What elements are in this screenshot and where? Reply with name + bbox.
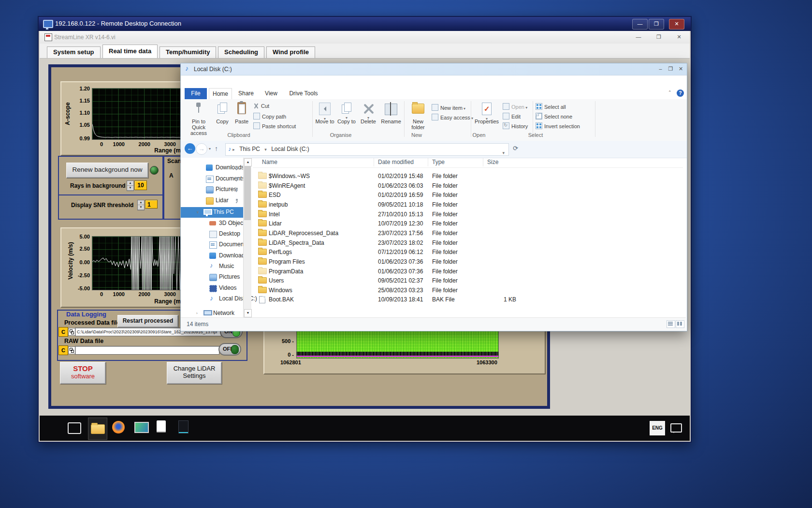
up-button[interactable]: ↑ (215, 145, 218, 152)
sidebar-item-pictures[interactable]: Pictures (181, 272, 244, 283)
rdp-close-button[interactable]: ✕ (669, 19, 684, 30)
rdp-maximize-button[interactable]: ❐ (649, 19, 664, 30)
back-button[interactable]: ← (185, 143, 195, 154)
stop-software-button[interactable]: STOP software (60, 362, 106, 384)
move-to-button[interactable]: Move to (315, 101, 335, 132)
tree-chevron-icon[interactable]: ∨ (196, 210, 199, 214)
table-row[interactable]: Windows25/08/2023 03:23File folder (253, 286, 683, 296)
app-restore-button[interactable]: ❐ (653, 33, 664, 41)
tab-scheduling[interactable]: Scheduling (218, 46, 264, 58)
copy-path-button[interactable]: Copy path (253, 113, 286, 120)
new-item-button[interactable]: New item (432, 104, 465, 112)
table-row[interactable]: $WinREAgent01/06/2023 06:03File folder (253, 181, 683, 191)
table-row[interactable]: ProgramData01/06/2023 07:36File folder (253, 267, 683, 277)
app-minimize-button[interactable]: — (633, 33, 644, 41)
table-row[interactable]: PerfLogs07/12/2019 06:12File folder (253, 248, 683, 257)
rays-spinner[interactable]: ▲▼ (127, 180, 134, 191)
sidebar-item-3d-objects[interactable]: 3D Objects (181, 218, 244, 229)
language-indicator[interactable]: ENG (650, 421, 665, 435)
scroll-up-arrow[interactable]: ▲ (244, 158, 252, 166)
renew-background-button[interactable]: Renew background now (66, 163, 148, 178)
table-row[interactable]: Intel27/10/2010 15:13File folder (253, 210, 683, 220)
history-button[interactable]: History (503, 122, 528, 130)
snr-value-field[interactable]: 1 (145, 200, 158, 209)
refresh-icon[interactable]: ⟳ (513, 145, 518, 152)
rdp-minimize-button[interactable]: — (632, 19, 648, 30)
tab-system-setup[interactable]: System setup (47, 46, 101, 58)
sidebar-item-documents[interactable]: Documents (181, 239, 244, 250)
tree-chevron-icon[interactable]: › (196, 311, 198, 315)
table-row[interactable]: LiDAR_Spectra_Data23/07/2023 18:02File f… (253, 239, 683, 248)
invert-selection-button[interactable]: Invert selection (536, 122, 580, 130)
delete-button[interactable]: Delete (358, 101, 378, 132)
copy-button[interactable]: Copy (213, 101, 232, 132)
sidebar-item-local-disk-c-[interactable]: Local Disk (C:) (181, 294, 244, 304)
easy-access-button[interactable]: Easy access (432, 114, 473, 121)
table-row[interactable]: Users09/05/2021 02:37File folder (253, 276, 683, 286)
ribbon-collapse-icon[interactable]: ⌃ (668, 90, 672, 95)
rays-value-field[interactable]: 10 (134, 180, 147, 190)
raw-logging-toggle[interactable]: OFF (218, 343, 241, 356)
table-row[interactable]: inetpub09/05/2021 10:18File folder (253, 200, 683, 210)
column-header-size[interactable]: Size (487, 159, 498, 165)
processed-browse-icon[interactable] (68, 328, 75, 336)
streamline-titlebar[interactable]: StreamLine XR v14-6.vi — ❐ ✕ (40, 31, 690, 44)
breadcrumb-this-pc[interactable]: This PC (236, 144, 263, 155)
restart-processed-file-button[interactable]: Restart processed file (117, 315, 178, 328)
table-row[interactable]: $Windows.~WS01/02/2019 15:48File folder (253, 172, 683, 181)
sidebar-item-documents[interactable]: Documents (181, 174, 244, 184)
explorer-minimize-button[interactable]: – (655, 65, 666, 73)
nav-scrollbar[interactable]: ▲ ▼ (243, 158, 251, 317)
open-button[interactable]: Open (503, 103, 527, 111)
table-row[interactable]: Boot.BAK10/09/2013 18:41BAK File1 KB (253, 295, 683, 305)
sidebar-item-videos[interactable]: Videos (181, 283, 244, 294)
table-row[interactable]: Lidar10/07/2019 12:30File folder (253, 219, 683, 229)
rename-button[interactable]: Rename (380, 101, 402, 132)
details-view-button[interactable] (667, 320, 675, 328)
column-header-name[interactable]: Name (262, 159, 277, 165)
firefox-icon[interactable] (112, 421, 125, 433)
paste-button[interactable]: Paste (232, 101, 251, 132)
select-all-button[interactable]: Select all (536, 103, 566, 111)
sidebar-item-pictures[interactable]: Pictures (181, 184, 244, 195)
select-none-button[interactable]: Select none (536, 113, 572, 120)
explorer-maximize-button[interactable]: ❐ (666, 65, 676, 73)
sidebar-item-lidar[interactable]: Lidar (181, 195, 244, 206)
new-folder-button[interactable]: New folder (406, 101, 430, 132)
table-row[interactable]: ESD01/02/2019 16:59File folder (253, 191, 683, 200)
scan-scheduler-icon[interactable] (157, 420, 166, 433)
cut-button[interactable]: Cut (253, 103, 269, 111)
column-header-type[interactable]: Type (432, 159, 445, 165)
sidebar-item-desktop[interactable]: Desktop (181, 229, 244, 239)
snr-spinner[interactable]: ▲▼ (137, 200, 145, 210)
terminal-app-icon[interactable] (178, 420, 188, 433)
taskbar-explorer-button[interactable] (88, 418, 107, 440)
edit-button[interactable]: Edit (503, 113, 521, 120)
raw-browse-icon[interactable] (68, 346, 75, 354)
ribbon-tab-file[interactable]: File (185, 88, 207, 99)
ribbon-tab-drive-tools[interactable]: Drive Tools (286, 88, 321, 99)
ribbon-tab-home[interactable]: Home (209, 88, 232, 99)
column-header-date[interactable]: Date modified (378, 159, 414, 165)
scroll-down-arrow[interactable]: ▼ (244, 309, 252, 317)
sidebar-item-downloads[interactable]: Downloads (181, 251, 244, 261)
processed-drive-letter[interactable]: C (58, 327, 68, 337)
raw-drive-letter[interactable]: C (58, 345, 68, 355)
sidebar-item-downloads[interactable]: Downloads (181, 163, 244, 173)
pin-to-quick-access-button[interactable]: Pin to Quick access (185, 101, 213, 132)
table-row[interactable]: LiDAR_Reprocessed_Data23/07/2023 17:56Fi… (253, 229, 683, 239)
explorer-titlebar[interactable]: ♪ Local Disk (C:) – ❐ ✕ (181, 63, 687, 75)
copy-to-button[interactable]: Copy to (336, 101, 357, 132)
breadcrumb-local-disk[interactable]: Local Disk (C:) (268, 144, 312, 155)
change-lidar-settings-button[interactable]: Change LiDAR Settings (167, 362, 222, 384)
tab-temp-humidity[interactable]: Temp/humidity (160, 46, 216, 58)
ribbon-tab-share[interactable]: Share (234, 88, 258, 99)
app-close-button[interactable]: ✕ (674, 33, 684, 41)
monitor-app-icon[interactable] (134, 422, 149, 433)
help-icon[interactable]: ? (677, 90, 684, 97)
notification-bubble-icon[interactable] (670, 423, 682, 433)
address-dropdown-icon[interactable]: ▾ (502, 148, 505, 159)
tab-real-time-data[interactable]: Real time data (102, 45, 158, 58)
rdp-titlebar[interactable]: 192.168.0.122 - Remote Desktop Connectio… (39, 17, 691, 31)
tab-wind-profile[interactable]: Wind profile (266, 46, 315, 58)
